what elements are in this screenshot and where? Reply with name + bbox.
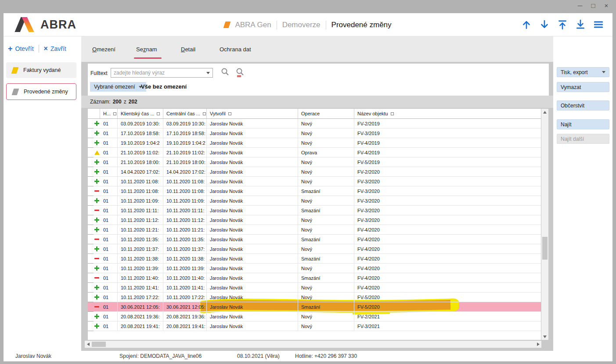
close-tab-button[interactable]: × Zavřít xyxy=(44,45,66,52)
table-row[interactable]: 0121.10.2019 18:00:21.10.2019 18:00:Jaro… xyxy=(88,157,541,167)
status-connection: Spojení: DEMODATA_JAVA_line06 xyxy=(119,353,202,359)
refresh-button[interactable]: Občerstvit xyxy=(557,100,609,111)
table-row[interactable]: 0110.11.2020 11:12:10.11.2020 11:12:Jaro… xyxy=(88,215,541,225)
row-depth: 01 xyxy=(100,138,118,148)
environment-name: Demoverze xyxy=(282,21,321,29)
minimize-icon[interactable]: ─ xyxy=(576,2,584,9)
arrow-up-icon[interactable] xyxy=(521,19,532,30)
column-filter-box-icon[interactable] xyxy=(113,112,116,115)
row-operation: Smazání xyxy=(298,186,354,196)
row-client-time: 17.10.2019 18:58: xyxy=(118,128,163,138)
arrow-to-top-icon[interactable] xyxy=(557,19,568,30)
menu-icon[interactable] xyxy=(593,19,604,30)
sidebar-item-provedene-zmeny[interactable]: Provedené změny xyxy=(6,83,76,100)
table-row[interactable]: 0110.11.2020 17:22:10.11.2020 17:22:Jaro… xyxy=(88,293,541,302)
table-row[interactable]: 0110.11.2020 11:40:10.11.2020 11:40:Jaro… xyxy=(88,273,541,283)
scroll-down-icon[interactable] xyxy=(541,333,548,340)
find-next-button[interactable]: Najít další xyxy=(557,134,609,144)
table-header-row: H...Klientský čas ...Centrální čas ...Vy… xyxy=(88,109,541,119)
table-row[interactable]: 0110.11.2020 11:38:10.11.2020 11:38:Jaro… xyxy=(88,254,541,264)
table-row[interactable]: 0117.10.2019 18:58:17.10.2019 18:58:Jaro… xyxy=(88,128,541,138)
row-operation: Nový xyxy=(298,157,354,167)
column-header[interactable]: Klientský čas ... xyxy=(118,109,163,118)
table-row[interactable]: 0119.10.2019 1:04:219.10.2019 1:04:2Jaro… xyxy=(88,138,541,148)
column-header[interactable]: H... xyxy=(100,109,118,118)
arrow-down-icon[interactable] xyxy=(539,19,550,30)
clear-button[interactable]: Vymazat xyxy=(557,82,609,92)
horizontal-scrollbar[interactable] xyxy=(85,341,541,348)
vertical-scroll-thumb[interactable] xyxy=(542,237,548,260)
column-filter-box-icon[interactable] xyxy=(203,112,206,115)
table-row[interactable]: 0110.11.2020 11:09:10.11.2020 11:09:Jaro… xyxy=(88,196,541,206)
row-author: Jaroslav Novák xyxy=(207,177,298,186)
open-button[interactable]: + Otevřít xyxy=(8,45,34,52)
table-row[interactable]: 0110.11.2020 11:39:10.11.2020 11:39:Jaro… xyxy=(88,264,541,273)
minus-icon xyxy=(94,254,100,264)
column-filter-box-icon[interactable] xyxy=(228,112,231,115)
row-object: FV-5/2019 xyxy=(354,157,541,167)
horizontal-scroll-thumb[interactable] xyxy=(92,342,106,347)
tab-label: O xyxy=(92,46,97,53)
table-row[interactable]: 0110.11.2020 11:41:10.11.2020 11:41:Jaro… xyxy=(88,283,541,293)
table-row[interactable]: 0110.11.2020 11:35:10.11.2020 11:35:Jaro… xyxy=(88,235,541,244)
search-icon[interactable] xyxy=(220,68,230,77)
column-filter-box-icon[interactable] xyxy=(391,112,394,115)
row-client-time: 30.06.2021 12:05: xyxy=(118,302,163,312)
column-filter-box-icon[interactable] xyxy=(157,112,160,115)
table-row[interactable]: 0110.11.2020 11:21:10.11.2020 11:21:Jaro… xyxy=(88,225,541,235)
maximize-icon[interactable]: □ xyxy=(590,2,597,9)
table-row[interactable]: 0120.08.2021 19:41:20.08.2021 19:41:Jaro… xyxy=(88,321,541,331)
tab-detail[interactable]: Detail xyxy=(181,46,195,53)
clear-label: Vymazat xyxy=(561,84,581,90)
search-next-icon[interactable] xyxy=(235,68,245,77)
tab-label: nam xyxy=(146,46,157,53)
row-central-time: 17.10.2019 18:58: xyxy=(163,128,207,138)
table-row[interactable]: 0103.09.2019 10:30:03.09.2019 10:30:Jaro… xyxy=(88,119,541,128)
column-header[interactable]: Operace xyxy=(298,109,354,118)
close-icon[interactable]: × xyxy=(603,2,610,9)
table-row[interactable]: 0110.11.2020 11:11:10.11.2020 11:11:Jaro… xyxy=(88,206,541,215)
row-client-time: 14.04.2020 17:02: xyxy=(118,167,163,177)
scroll-left-icon[interactable] xyxy=(85,341,91,348)
table-row[interactable]: 0130.06.2021 12:05:30.06.2021 12:05:Jaro… xyxy=(88,302,541,312)
row-operation: Smazání xyxy=(298,273,354,283)
fulltext-combobox[interactable] xyxy=(111,68,213,78)
row-central-time: 21.10.2019 18:00: xyxy=(163,157,207,167)
row-client-time: 10.11.2020 11:37: xyxy=(118,244,163,254)
table-row[interactable]: 0110.11.2020 11:08:10.11.2020 11:08:Jaro… xyxy=(88,177,541,186)
row-client-time: 10.11.2020 11:08: xyxy=(118,177,163,186)
table-row[interactable]: 0110.11.2020 11:08:10.11.2020 11:08:Jaro… xyxy=(88,186,541,196)
table-row[interactable]: 0121.10.2019 11:02:21.10.2019 11:02:Jaro… xyxy=(88,148,541,157)
row-author: Jaroslav Novák xyxy=(207,128,298,138)
plus-icon xyxy=(94,128,100,138)
scroll-up-icon[interactable] xyxy=(541,109,548,115)
row-operation: Oprava xyxy=(298,148,354,157)
table-row[interactable]: 0114.04.2020 17:02:14.04.2020 17:02:Jaro… xyxy=(88,167,541,177)
row-gutter xyxy=(88,167,94,177)
fulltext-input[interactable] xyxy=(111,70,206,76)
arrow-to-bottom-icon[interactable] xyxy=(575,19,586,30)
column-header[interactable]: Vytvořil xyxy=(207,109,298,118)
row-operation: Nový xyxy=(298,312,354,321)
column-header[interactable]: Název objektu xyxy=(354,109,541,118)
plus-icon xyxy=(94,312,100,321)
chevron-down-icon[interactable] xyxy=(206,72,210,74)
sidebar-item-faktury-vydane[interactable]: Faktury vydané xyxy=(6,62,76,78)
table-row[interactable]: 0110.11.2020 11:37:10.11.2020 11:37:Jaro… xyxy=(88,244,541,254)
table-row[interactable]: 0120.08.2021 19:36:20.08.2021 19:36:Jaro… xyxy=(88,312,541,321)
tab-ochrana-dat[interactable]: Ochrana dat xyxy=(220,46,251,53)
print-export-button[interactable]: Tisk, export xyxy=(557,67,609,77)
row-gutter xyxy=(88,312,94,321)
column-header[interactable]: Centrální čas ... xyxy=(163,109,207,118)
selected-restriction-dropdown[interactable]: Vybrané omezení xyxy=(90,82,146,92)
scroll-right-icon[interactable] xyxy=(535,341,541,348)
find-button[interactable]: Najít xyxy=(557,119,609,129)
row-object: FV-4/2020 xyxy=(354,283,541,293)
vertical-scrollbar[interactable] xyxy=(541,109,548,340)
row-author: Jaroslav Novák xyxy=(207,167,298,177)
row-object: FV-4/2020 xyxy=(354,264,541,273)
tab-seznam[interactable]: Seznam xyxy=(136,46,157,53)
row-depth: 01 xyxy=(100,186,118,196)
tab-omezeni[interactable]: Omezení xyxy=(92,46,115,53)
row-client-time: 10.11.2020 11:35: xyxy=(118,235,163,244)
